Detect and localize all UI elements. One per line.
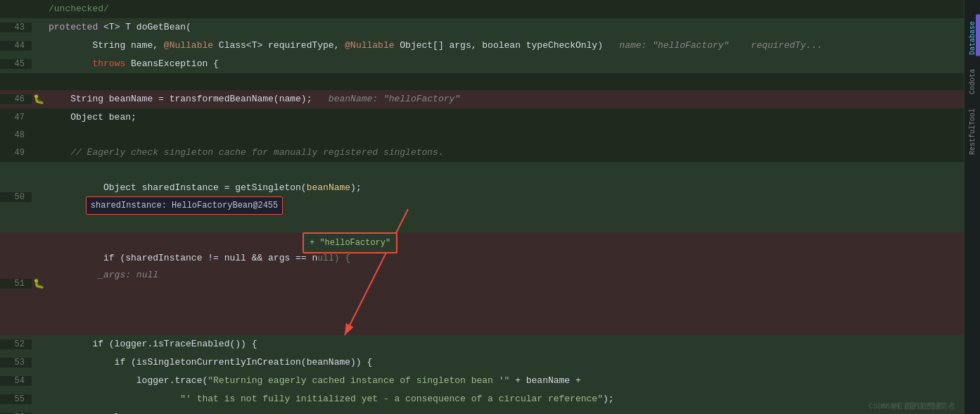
line-45: 45 throws BeansException { bbox=[0, 55, 964, 73]
line-56: 56 } bbox=[0, 408, 964, 414]
hello-factory-tooltip: + "helloFactory" bbox=[303, 232, 397, 253]
watermark-text: CSDN @盲目的拾荒者 bbox=[881, 401, 955, 411]
sidebar-tab-codota[interactable]: Codota bbox=[969, 69, 976, 94]
line-48: 48 bbox=[0, 127, 964, 144]
sidebar-tab-database[interactable]: Database bbox=[969, 21, 976, 55]
line-49: 49 // Eagerly check singleton cache for … bbox=[0, 144, 964, 162]
line-54: 54 logger.trace("Returning eagerly cache… bbox=[0, 372, 964, 390]
debug-shared-instance: sharedInstance: HelloFactoryBean@2455 bbox=[86, 196, 283, 215]
line-55: 55 "' that is not fully initialized yet … bbox=[0, 390, 964, 408]
line-empty1 bbox=[0, 73, 964, 90]
line-51: 51 🐛 if (sharedInstance != null && args … bbox=[0, 232, 964, 335]
line-50: 50 Object sharedInstance = getSingleton(… bbox=[0, 162, 964, 232]
line-44: 44 String name, @Nullable Class<T> requi… bbox=[0, 37, 964, 55]
line-46: 46 🐛 String beanName = transformedBeanNa… bbox=[0, 90, 964, 108]
line-53: 53 if (isSingletonCurrentlyInCreation(be… bbox=[0, 353, 964, 372]
line-43: 43 protected <T> T doGetBean( bbox=[0, 18, 964, 37]
right-sidebar: Database Codota RestfulTool bbox=[964, 0, 980, 414]
line-52: 52 if (logger.isTraceEnabled()) { bbox=[0, 335, 964, 353]
line-47: 47 Object bean; bbox=[0, 108, 964, 127]
sidebar-tab-restful[interactable]: RestfulTool bbox=[969, 108, 976, 155]
line-unchecked: /unchecked/ bbox=[0, 0, 964, 18]
code-container: /unchecked/ 43 protected <T> T doGetBean… bbox=[0, 0, 964, 414]
